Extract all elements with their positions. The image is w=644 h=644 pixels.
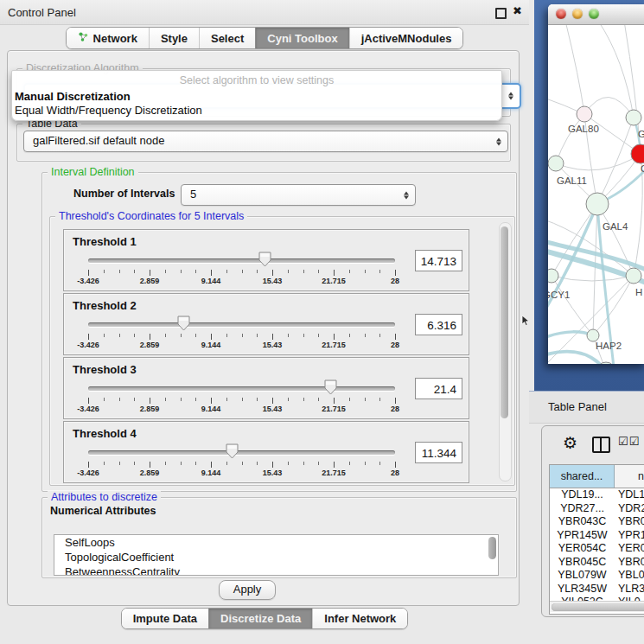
network-node-gal80[interactable] (577, 106, 592, 122)
cell-name[interactable]: YPR1 (615, 529, 644, 543)
cell-shared-name[interactable]: YBR043C (550, 515, 615, 529)
apply-button[interactable]: Apply (219, 580, 276, 600)
cell-name[interactable]: YLR3 (615, 583, 644, 596)
column-header-shared-name[interactable]: shared... (550, 465, 615, 488)
tab-impute-data[interactable]: Impute Data (122, 609, 208, 628)
restore-icon[interactable] (495, 8, 507, 19)
table-row[interactable]: YDL19...YDL1 (550, 488, 644, 502)
network-node-gal4[interactable] (586, 193, 609, 215)
network-node-c[interactable] (631, 144, 644, 163)
table-row[interactable]: YER054CYER0 (550, 542, 644, 556)
cell-shared-name[interactable]: YDL19... (550, 488, 615, 502)
table-row[interactable]: YBR043CYBR0 (550, 515, 644, 529)
select-columns-checkboxes-icon[interactable]: ☑☑ (618, 435, 640, 448)
table-row[interactable]: YBL079WYBL0 (550, 569, 644, 583)
slider-thumb[interactable] (258, 252, 271, 267)
slider-track[interactable] (88, 450, 395, 455)
cell-shared-name[interactable]: YBL079W (550, 569, 615, 583)
table-row[interactable]: YDR27...YDR2 (550, 502, 644, 516)
slider-tick-label: 2.859 (140, 277, 160, 285)
cell-name[interactable]: YER0 (615, 542, 644, 556)
cell-shared-name[interactable]: YER054C (550, 542, 615, 556)
tab-jactivemnodules[interactable]: jActiveMNodules (349, 28, 463, 48)
cell-shared-name[interactable]: YLR345W (550, 583, 615, 596)
network-node-ga[interactable] (626, 110, 641, 125)
algorithm-placeholder: Select algorithm to view settings (12, 74, 501, 86)
network-canvas[interactable]: GAL80GACGAL11GAL4GCY1HHAP2 (548, 25, 644, 364)
cell-name[interactable]: YDL1 (615, 488, 644, 502)
cell-shared-name[interactable]: YDR27... (550, 502, 615, 516)
threshold-slider[interactable]: -3.4262.8599.14415.4321.71528 (88, 443, 395, 479)
slider-track[interactable] (88, 258, 395, 263)
tab-style[interactable]: Style (149, 28, 199, 48)
slider-thumb[interactable] (324, 379, 337, 395)
slider-thumb[interactable] (177, 316, 190, 331)
interval-definition-label: Interval Definition (48, 166, 138, 178)
zoom-traffic-light-icon[interactable] (589, 9, 599, 19)
threshold-value-field[interactable]: 14.713 (415, 250, 462, 271)
threshold-slider[interactable]: -3.4262.8599.14415.4321.71528 (88, 251, 395, 287)
minimize-traffic-light-icon[interactable] (572, 9, 583, 19)
list-item-betweennesscentrality[interactable]: BetweennessCentrality (54, 564, 498, 576)
node-label-hap2: HAP2 (596, 341, 622, 351)
gear-icon[interactable]: ⚙ (563, 433, 577, 452)
slider-tick-label: 2.859 (140, 341, 160, 349)
tab-cyni-toolbox[interactable]: Cyni Toolbox (255, 28, 348, 48)
thresholds-vertical-scrollbar[interactable] (499, 222, 512, 481)
threshold-value-field[interactable]: 6.316 (415, 314, 462, 335)
close-traffic-light-icon[interactable] (556, 9, 566, 19)
number-of-intervals-combobox[interactable]: 5 (181, 184, 416, 206)
slider-tick (288, 334, 289, 337)
list-item-topologicalcoefficient[interactable]: TopologicalCoefficient (54, 550, 498, 564)
tab-network[interactable]: Network (67, 28, 149, 48)
table-horizontal-scrollbar[interactable] (550, 601, 644, 612)
column-header-name[interactable]: n... (615, 465, 644, 488)
threshold-slider[interactable]: -3.4262.8599.14415.4321.71528 (88, 379, 395, 415)
network-node-h[interactable] (626, 268, 641, 284)
tab-discretize-data[interactable]: Discretize Data (208, 609, 312, 628)
cell-shared-name[interactable]: YBR045C (550, 556, 615, 570)
slider-track[interactable] (88, 386, 395, 391)
threshold-slider[interactable]: -3.4262.8599.14415.4321.71528 (88, 315, 395, 351)
network-node-gcy1[interactable] (548, 269, 558, 283)
table-row[interactable]: YBR045CYBR0 (550, 556, 644, 570)
slider-tick (88, 334, 89, 340)
numerical-attributes-list[interactable]: SelfLoopsTopologicalCoefficientBetweenne… (54, 534, 499, 576)
tab-label: jActiveMNodules (361, 32, 452, 45)
table-row[interactable]: YPR145WYPR1 (550, 529, 644, 543)
tab-select[interactable]: Select (199, 28, 255, 48)
cell-name[interactable]: YBL0 (615, 569, 644, 583)
slider-tick (165, 334, 166, 337)
slider-tick (395, 270, 396, 276)
slider-tick-label: 9.144 (201, 469, 221, 477)
network-node-hap2[interactable] (587, 329, 599, 341)
list-scrollbar-thumb[interactable] (488, 537, 496, 559)
cell-name[interactable]: YBR0 (615, 515, 644, 529)
slider-tick (211, 334, 212, 340)
slider-thumb[interactable] (226, 443, 239, 459)
cell-name[interactable]: YBR0 (615, 556, 644, 570)
tab-infer-network[interactable]: Infer Network (312, 609, 407, 628)
list-item-selfloops[interactable]: SelfLoops (54, 535, 498, 550)
threshold-value-field[interactable]: 11.344 (415, 442, 462, 463)
slider-tick (349, 398, 350, 401)
menu-item-manual-discretization[interactable]: Manual Discretization (15, 90, 131, 103)
network-node-gal11[interactable] (548, 156, 564, 171)
table-row[interactable]: YLR345WYLR3 (550, 583, 644, 596)
number-of-intervals-value: 5 (190, 188, 196, 201)
node-table[interactable]: shared...n... YDL19...YDL1YDR27...YDR2YB… (549, 464, 644, 615)
cell-name[interactable]: YDR2 (615, 502, 644, 516)
threshold-value-field[interactable]: 21.4 (415, 378, 462, 399)
slider-track[interactable] (88, 322, 395, 327)
column-layout-icon[interactable] (592, 437, 610, 453)
menu-item-equal-width-frequency[interactable]: Equal Width/Frequency Discretization (15, 104, 202, 117)
slider-tick (104, 398, 105, 401)
scrollbar-thumb[interactable] (552, 603, 644, 611)
scrollbar-thumb[interactable] (501, 226, 508, 418)
close-icon[interactable]: ✖ (513, 4, 522, 17)
threshold-panel-3: Threshold 3-3.4262.8599.14415.4321.71528… (63, 357, 469, 419)
table-toolbar: ⚙ ☑☑ (542, 431, 644, 457)
cell-shared-name[interactable]: YPR145W (550, 529, 615, 543)
slider-tick (242, 398, 243, 401)
table-data-combobox[interactable]: galFiltered.sif default node (23, 131, 508, 152)
